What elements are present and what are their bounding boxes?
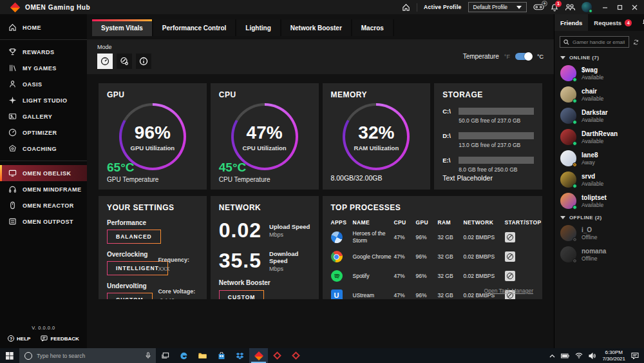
store-button[interactable] xyxy=(212,348,231,363)
friends-search-box[interactable] xyxy=(560,36,629,48)
omen-app-3-button[interactable] xyxy=(287,348,305,363)
edge-button[interactable] xyxy=(175,348,193,363)
taskbar-apps xyxy=(156,348,305,363)
friend-row[interactable]: srvdAvailable xyxy=(554,169,644,190)
process-stop-cell xyxy=(505,267,540,285)
tab-requests[interactable]: Requests 4 xyxy=(588,14,638,31)
mode-cooling-button[interactable] xyxy=(117,54,132,69)
stop-process-button[interactable] xyxy=(505,271,515,281)
omen-hub-button[interactable] xyxy=(249,348,268,363)
undervolting-button[interactable]: CUSTOM xyxy=(107,293,153,299)
sidebar-item-omen-mindframe[interactable]: OMEN MINDFRAME xyxy=(0,181,87,197)
download-speed-label: Download Speed xyxy=(269,250,310,264)
gamepad-button[interactable]: + xyxy=(533,3,544,11)
processes-table: APPS NAME CPU GPU RAM NETWORK START/STOP… xyxy=(331,217,535,299)
tab-performance-control[interactable]: Performance Control xyxy=(153,19,236,36)
profile-dropdown[interactable]: Default Profile xyxy=(468,2,527,12)
offline-section-header[interactable]: OFFLINE (2) xyxy=(554,211,644,222)
sidebar-item-label: OASIS xyxy=(23,81,43,88)
windows-icon xyxy=(6,352,14,360)
network-card: NETWORK 0.02 Upload Speed Mbps 35.5 Down… xyxy=(211,196,319,299)
taskbar-search[interactable] xyxy=(19,348,156,363)
friend-row[interactable]: lane8Away xyxy=(554,148,644,169)
friend-row[interactable]: DarthRevanAvailable xyxy=(554,126,644,148)
help-button[interactable]: ? HELP xyxy=(8,335,30,342)
friend-row[interactable]: i_OOffline xyxy=(554,222,644,244)
feedback-icon xyxy=(41,335,48,342)
friend-row[interactable]: DarkstarAvailable xyxy=(554,105,644,126)
sidebar-item-light-studio[interactable]: LIGHT STUDIO xyxy=(0,92,87,108)
core-voltage-label: Core Voltage: xyxy=(158,288,195,295)
file-explorer-button[interactable] xyxy=(193,348,212,363)
mode-info-button[interactable] xyxy=(136,54,151,69)
tab-friends[interactable]: Friends xyxy=(554,14,588,31)
close-button[interactable] xyxy=(632,5,638,10)
taskbar-search-input[interactable] xyxy=(37,353,141,359)
open-task-manager-link[interactable]: Open Task Manager xyxy=(484,288,533,294)
sidebar-item-oasis[interactable]: OASIS xyxy=(0,76,87,92)
omen-app-2-button[interactable] xyxy=(268,348,287,363)
process-cpu: 47% xyxy=(394,230,416,244)
drive-c-label: C:\ xyxy=(442,108,454,115)
friends-button[interactable] xyxy=(565,3,575,11)
performance-button[interactable]: BALANCED xyxy=(107,230,161,244)
sidebar-item-optimizer[interactable]: OPTIMIZER xyxy=(0,124,87,141)
sidebar-item-gallery[interactable]: GALLERY xyxy=(0,108,87,124)
temperature-unit-toggle[interactable] xyxy=(515,53,532,60)
stop-process-button[interactable] xyxy=(505,251,515,262)
mode-performance-button[interactable] xyxy=(97,54,113,69)
sidebar-item-omen-obelisk[interactable]: OMEN OBELISK xyxy=(0,165,87,181)
tray-expand-button[interactable] xyxy=(549,354,555,358)
drive-c-detail: 50.0 GB free of 237.0 GB xyxy=(459,117,534,124)
friend-name: lane8 xyxy=(582,152,598,159)
taskbar-clock[interactable]: 6:30PM 7/30/2021 xyxy=(602,349,625,362)
divider xyxy=(417,3,417,12)
status-available-dot xyxy=(573,77,577,82)
wifi-button[interactable] xyxy=(575,353,583,358)
pin-panel-button[interactable] xyxy=(638,14,644,31)
refresh-icon[interactable] xyxy=(633,38,639,46)
sidebar-item-rewards[interactable]: REWARDS xyxy=(0,44,87,60)
friend-row[interactable]: toliptsetAvailable xyxy=(554,190,644,211)
tab-macros[interactable]: Macros xyxy=(352,19,394,36)
volume-button[interactable] xyxy=(589,353,596,359)
clock-time: 6:30PM xyxy=(602,349,625,356)
friend-row[interactable]: chairAvailable xyxy=(554,84,644,105)
task-view-icon xyxy=(162,352,169,359)
sidebar-item-coaching[interactable]: COACHING xyxy=(0,141,87,157)
friend-row[interactable]: $wagAvailable xyxy=(554,63,644,84)
feedback-button[interactable]: FEEDBACK xyxy=(41,335,79,342)
sidebar-item-label: GALLERY xyxy=(23,113,52,120)
notifications-button[interactable]: 1 xyxy=(551,3,558,12)
user-avatar[interactable] xyxy=(582,2,592,12)
storage-card-title: STORAGE xyxy=(442,90,534,99)
process-row-app xyxy=(331,247,353,266)
sidebar-item-my-games[interactable]: MY GAMES xyxy=(0,60,87,76)
sidebar-item-home[interactable]: HOME xyxy=(0,19,87,35)
sidebar-item-omen-reactor[interactable]: OMEN REACTOR xyxy=(0,197,87,213)
download-speed-row: 35.5 Download Speed Mbps xyxy=(219,249,310,273)
dropbox-button[interactable] xyxy=(231,348,249,363)
maximize-button[interactable] xyxy=(617,5,623,10)
avatar xyxy=(560,86,576,103)
microphone-icon[interactable] xyxy=(146,352,151,359)
process-network: 0.02 BMBPS xyxy=(464,269,505,283)
network-booster-button[interactable]: CUSTOM xyxy=(219,290,265,299)
friends-search-input[interactable] xyxy=(573,39,625,45)
tab-lighting[interactable]: Lighting xyxy=(236,19,281,36)
start-button[interactable] xyxy=(0,348,19,363)
stop-process-button[interactable] xyxy=(505,232,515,242)
online-section-header[interactable]: ONLINE (7) xyxy=(554,52,644,63)
friend-row[interactable]: nomanaOffline xyxy=(554,244,644,265)
task-view-button[interactable] xyxy=(156,348,175,363)
upload-speed-row: 0.02 Upload Speed Mbps xyxy=(219,219,310,242)
gpu-card: GPU 96% GPU Utilization 65°C GPU Tempera… xyxy=(99,83,207,190)
home-button[interactable] xyxy=(402,3,410,12)
battery-button[interactable] xyxy=(561,353,569,358)
tab-system-vitals[interactable]: System Vitals xyxy=(92,19,153,36)
sidebar-item-omen-outpost[interactable]: OMEN OUTPOST xyxy=(0,213,87,230)
tab-network-booster[interactable]: Network Booster xyxy=(281,19,352,36)
minimize-button[interactable] xyxy=(602,5,608,10)
home-icon xyxy=(8,23,17,32)
action-center-button[interactable] xyxy=(631,352,639,359)
